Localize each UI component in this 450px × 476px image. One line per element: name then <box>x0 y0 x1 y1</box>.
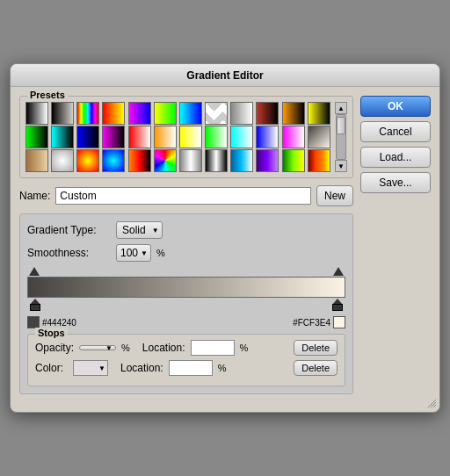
preset-swatch[interactable] <box>179 102 202 125</box>
preset-swatch[interactable] <box>230 149 253 172</box>
gradient-type-row: Gradient Type: Solid ▼ <box>27 221 345 239</box>
delete-color-button[interactable]: Delete <box>294 360 338 376</box>
color-location-input[interactable] <box>169 360 213 376</box>
presets-grid <box>25 102 332 172</box>
scroll-down-button[interactable]: ▼ <box>335 160 347 172</box>
left-panel: Presets <box>19 96 353 394</box>
stops-group-label: Stops <box>35 328 68 338</box>
gradient-type-label: Gradient Type: <box>27 224 111 236</box>
name-label: Name: <box>19 190 50 202</box>
smoothness-unit: % <box>156 248 165 258</box>
preset-swatch[interactable] <box>76 126 99 148</box>
color-stop-left[interactable] <box>29 299 41 311</box>
preset-swatch[interactable] <box>154 126 177 148</box>
presets-label: Presets <box>27 90 68 100</box>
opacity-location-input[interactable] <box>191 340 235 356</box>
opacity-label: Opacity: <box>35 342 74 354</box>
opacity-stop-left[interactable] <box>29 267 40 276</box>
preset-swatch[interactable] <box>179 149 202 172</box>
chevron-down-icon: ▼ <box>152 227 159 234</box>
gradient-type-select[interactable]: Solid ▼ <box>116 221 163 239</box>
preset-swatch[interactable] <box>205 102 228 125</box>
opacity-value-select[interactable]: ▼ <box>79 345 116 350</box>
preset-swatch[interactable] <box>256 102 279 125</box>
preset-swatch[interactable] <box>25 149 48 172</box>
color-stops-row: Color: ▼ Location: % Delete <box>35 360 338 376</box>
new-button[interactable]: New <box>316 185 353 206</box>
opacity-stops-row: Opacity: ▼ % Location: % Delete <box>35 340 338 356</box>
load-button[interactable]: Load... <box>360 147 431 168</box>
preset-swatch[interactable] <box>308 102 330 125</box>
left-color-swatch <box>27 316 40 328</box>
smoothness-row: Smoothness: 100 ▼ % <box>27 244 345 262</box>
preset-swatch[interactable] <box>205 149 228 172</box>
color-picker-arrow: ▼ <box>98 364 105 372</box>
scroll-up-button[interactable]: ▲ <box>335 102 347 114</box>
preset-swatch[interactable] <box>102 149 125 172</box>
color-picker-swatch[interactable]: ▼ <box>73 360 108 376</box>
preset-swatch[interactable] <box>25 102 48 125</box>
color-stop-right[interactable] <box>331 299 344 311</box>
gradient-editor-dialog: Gradient Editor Presets <box>10 63 440 413</box>
scroll-thumb[interactable] <box>337 117 345 134</box>
preset-swatch[interactable] <box>25 126 48 148</box>
opacity-stops <box>27 267 345 276</box>
preset-swatch[interactable] <box>205 126 228 148</box>
gradient-settings: Gradient Type: Solid ▼ Smoothness: 100 ▼… <box>19 213 353 394</box>
dialog-title: Gradient Editor <box>11 64 439 87</box>
preset-swatch[interactable] <box>230 126 253 148</box>
right-color-swatch <box>333 316 345 328</box>
preset-swatch[interactable] <box>308 126 330 148</box>
preset-swatch[interactable] <box>282 126 305 148</box>
left-color-label: #444240 <box>27 316 76 328</box>
preset-swatch[interactable] <box>51 126 74 148</box>
preset-swatch[interactable] <box>76 102 99 125</box>
preset-swatch[interactable] <box>230 102 253 125</box>
preset-swatch[interactable] <box>308 149 330 172</box>
name-row: Name: New <box>19 185 353 206</box>
opacity-stop-right[interactable] <box>333 267 344 276</box>
chevron-down-icon: ▼ <box>105 344 112 352</box>
left-hex-label: #444240 <box>42 318 76 328</box>
opacity-location-label: Location: <box>142 342 185 354</box>
preset-swatch[interactable] <box>76 149 99 172</box>
color-location-unit: % <box>218 363 227 373</box>
stops-group: Stops Opacity: ▼ % Location: % Delete <box>27 334 345 386</box>
color-label: Color: <box>35 362 68 374</box>
delete-opacity-button[interactable]: Delete <box>294 340 338 356</box>
ok-button[interactable]: OK <box>360 96 431 117</box>
preset-swatch[interactable] <box>282 102 305 125</box>
preset-swatch[interactable] <box>51 102 74 125</box>
preset-swatch[interactable] <box>154 102 177 125</box>
preset-swatch[interactable] <box>154 149 177 172</box>
smoothness-select[interactable]: 100 ▼ <box>116 244 151 262</box>
resize-corner[interactable] <box>427 398 436 410</box>
right-color-label: #FCF3E4 <box>293 316 345 328</box>
svg-line-0 <box>431 402 436 407</box>
preset-swatch[interactable] <box>51 149 74 172</box>
opacity-unit: % <box>121 343 130 353</box>
color-location-label: Location: <box>120 362 163 374</box>
scroll-track <box>336 114 346 160</box>
presets-scrollbar: ▲ ▼ <box>335 102 347 172</box>
preset-swatch[interactable] <box>128 126 151 148</box>
opacity-location-unit: % <box>240 343 249 353</box>
presets-group: Presets <box>19 96 353 178</box>
save-button[interactable]: Save... <box>360 172 431 193</box>
preset-swatch[interactable] <box>179 126 202 148</box>
preset-swatch[interactable] <box>256 149 279 172</box>
preset-swatch[interactable] <box>256 126 279 148</box>
preset-swatch[interactable] <box>102 102 125 125</box>
dialog-footer <box>11 403 439 412</box>
preset-swatch[interactable] <box>128 149 151 172</box>
preset-swatch[interactable] <box>128 102 151 125</box>
cancel-button[interactable]: Cancel <box>360 121 431 142</box>
gradient-track[interactable] <box>27 277 345 298</box>
name-input[interactable] <box>55 187 311 205</box>
svg-line-1 <box>433 405 436 407</box>
chevron-down-icon: ▼ <box>141 249 148 257</box>
smoothness-label: Smoothness: <box>27 247 111 259</box>
right-hex-label: #FCF3E4 <box>293 318 330 328</box>
preset-swatch[interactable] <box>282 149 305 172</box>
preset-swatch[interactable] <box>102 126 125 148</box>
